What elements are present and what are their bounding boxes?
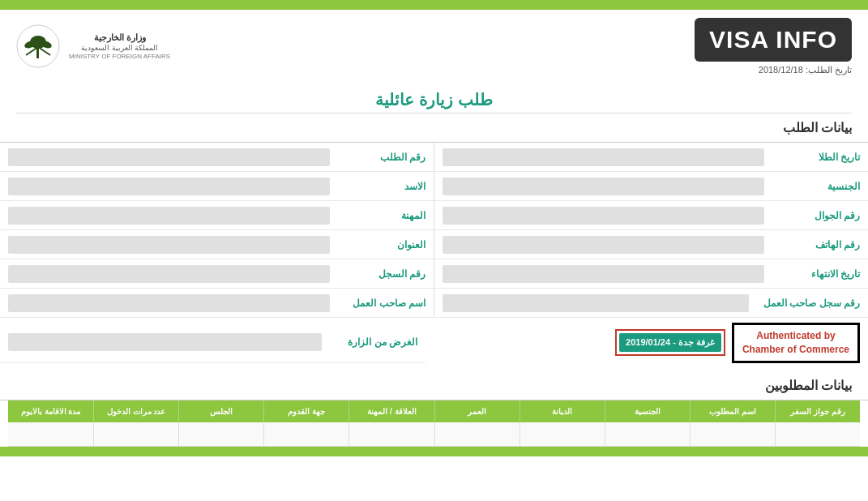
address-value: [8, 236, 330, 254]
col-right-3: المهنة: [0, 201, 434, 230]
td-name: [690, 422, 775, 446]
request-data-section-header: بيانات الطلب: [0, 113, 868, 143]
phone-row: رقم الهاتف: [434, 230, 868, 259]
form-row-5: رقم السجل تاريخ الانتهاء: [0, 259, 868, 289]
col-left-7: Authenticated byChamber of Commerce غرفة…: [426, 318, 868, 368]
form-row-7: الغرض من الزارة Authenticated byChamber …: [0, 318, 868, 368]
td-entry-count: [93, 422, 178, 446]
td-religion: [520, 422, 605, 446]
col-divider-2: [434, 172, 434, 201]
lion-label: الاسد: [336, 181, 434, 192]
th-nationality: الجنسية: [605, 400, 690, 422]
th-entry-port: جهة القدوم: [263, 400, 348, 422]
app-date-label: تاريخ الطلا: [771, 152, 868, 163]
td-gender: [178, 422, 263, 446]
app-date-value: [443, 148, 764, 166]
col-right-2: الاسد: [0, 172, 434, 201]
th-gender: الجلس: [178, 400, 263, 422]
mobile-value: [443, 207, 764, 225]
end-date-value: [443, 265, 764, 283]
cert-box: غرفة جدة - 2019/01/24: [615, 329, 725, 356]
address-label: العنوان: [336, 239, 434, 250]
th-relation: العلاقة / المهنة: [348, 400, 434, 422]
col-left-5: تاريخ الانتهاء: [434, 259, 868, 289]
col-right-6: اسم صاحب العمل: [0, 289, 434, 318]
form-row-3: المهنة رقم الجوال: [0, 201, 868, 230]
col-right-7: الغرض من الزارة: [0, 323, 425, 363]
profession-label: المهنة: [336, 210, 434, 221]
end-date-label: تاريخ الانتهاء: [771, 268, 868, 280]
col-right-1: رقم الطلب: [0, 143, 434, 172]
td-age: [434, 422, 520, 446]
col-divider-6: [434, 289, 434, 318]
end-date-row: تاريخ الانتهاء: [434, 259, 868, 289]
phone-label: رقم الهاتف: [771, 239, 868, 250]
request-number-row: رقم الطلب: [0, 143, 434, 172]
td-nationality: [605, 422, 690, 446]
page-title: طلب زيارة عائلية: [16, 84, 852, 113]
header-left: VISA INFO تاريخ الطلب: 2018/12/18: [695, 18, 852, 75]
mobile-row: رقم الجوال: [434, 201, 868, 230]
employer-name-label: اسم صاحب العمل: [336, 298, 434, 309]
col-left-6: رقم سجل صاحب العمل: [434, 289, 868, 318]
td-passport: [775, 422, 860, 446]
col-divider-1: [434, 143, 434, 172]
col-right-5: رقم السجل: [0, 259, 434, 289]
purpose-row: الغرض من الزارة: [0, 323, 425, 363]
col-left-1: تاريخ الطلا: [434, 143, 868, 172]
nationality-label: الجنسية: [771, 181, 868, 192]
date-label: تاريخ الطلب: 2018/12/18: [759, 65, 852, 75]
employer-reg-row: رقم سجل صاحب العمل: [434, 289, 868, 318]
employer-reg-label: رقم سجل صاحب العمل: [755, 298, 868, 309]
reg-number-row: رقم السجل: [0, 259, 434, 289]
form-row-1: رقم الطلب تاريخ الطلا: [0, 143, 868, 172]
profession-value: [8, 207, 330, 225]
th-stay-duration: مدة الاقامة بالايوم: [8, 400, 93, 422]
required-data-table-header: رقم جواز السفر اسم المطلوب الجنسية الديا…: [8, 400, 860, 422]
col-divider-4: [434, 230, 434, 259]
address-row: العنوان: [0, 230, 434, 259]
mobile-label: رقم الجوال: [771, 210, 868, 221]
nationality-row: الجنسية: [434, 172, 868, 201]
th-age: العمر: [434, 400, 520, 422]
employer-name-value: [8, 294, 330, 312]
app-date-row: تاريخ الطلا: [434, 143, 868, 172]
visit-purpose-value: [8, 333, 322, 351]
th-entry-count: عدد مرات الدخول: [93, 400, 178, 422]
employer-reg-value: [443, 294, 749, 312]
reg-number-value: [8, 265, 330, 283]
top-green-bar: [0, 0, 868, 10]
lion-value: [8, 178, 330, 195]
td-stay-duration: [8, 422, 93, 446]
profession-row: المهنة: [0, 201, 434, 230]
employer-name-row: اسم صاحب العمل: [0, 289, 434, 318]
td-relation: [348, 422, 434, 446]
form-section: رقم الطلب تاريخ الطلا الاسد الجنسية: [0, 143, 868, 368]
authenticated-by-text: Authenticated byChamber of Commerce: [742, 330, 849, 355]
form-row-6: اسم صاحب العمل رقم سجل صاحب العمل: [0, 289, 868, 318]
col-divider-3: [434, 201, 434, 230]
td-entry-port: [263, 422, 348, 446]
th-religion: الديانة: [520, 400, 605, 422]
th-passport: رقم جواز السفر: [775, 400, 860, 422]
header: VISA INFO تاريخ الطلب: 2018/12/18 وزارة …: [0, 10, 868, 84]
bottom-green-bar: [0, 447, 868, 456]
col-divider-5: [434, 259, 434, 289]
saudi-emblem: [16, 24, 61, 69]
request-number-value: [8, 148, 330, 166]
table-data-row: [8, 422, 860, 447]
required-data-section-header: بيانات المطلوبين: [0, 371, 868, 400]
form-row-2: الاسد الجنسية: [0, 172, 868, 201]
col-left-4: رقم الهاتف: [434, 230, 868, 259]
phone-value: [443, 236, 764, 254]
th-name: اسم المطلوب: [690, 400, 775, 422]
visit-purpose-label: الغرض من الزارة: [328, 336, 425, 348]
request-number-label: رقم الطلب: [336, 152, 434, 163]
form-row-4: العنوان رقم الهاتف: [0, 230, 868, 259]
nationality-value: [443, 178, 764, 195]
visa-info-badge: VISA INFO: [695, 18, 852, 62]
lion-row: الاسد: [0, 172, 434, 201]
cert-date-badge: غرفة جدة - 2019/01/24: [619, 333, 721, 352]
ministry-text: وزارة الخارجية المملكة العربية السعودية …: [69, 32, 170, 61]
logo-area: وزارة الخارجية المملكة العربية السعودية …: [16, 24, 170, 69]
